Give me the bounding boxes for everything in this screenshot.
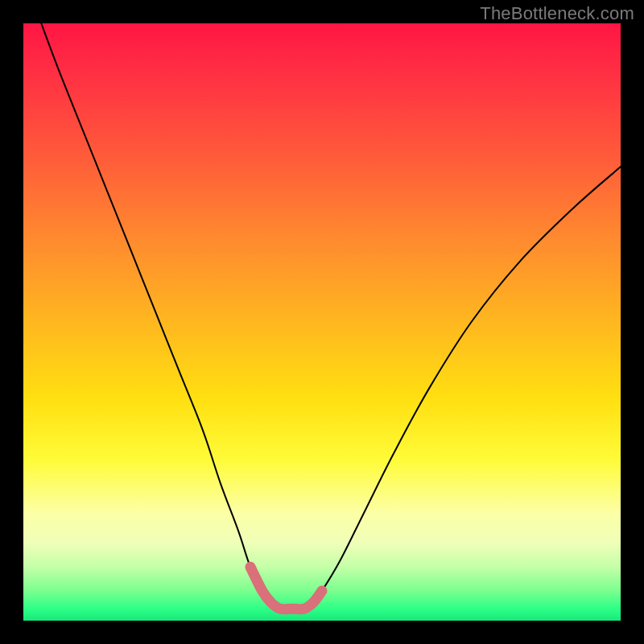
plot-area	[23, 23, 621, 621]
bottleneck-curve-path	[41, 23, 621, 609]
chart-frame: TheBottleneck.com	[0, 0, 644, 644]
chart-svg	[23, 23, 621, 621]
watermark-text: TheBottleneck.com	[480, 3, 634, 24]
optimal-zone-highlight-path	[250, 567, 322, 609]
